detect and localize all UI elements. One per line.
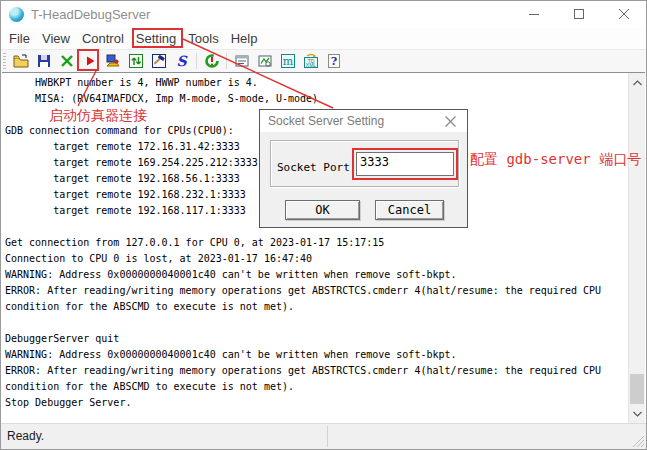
scroll-down-button[interactable] (629, 405, 646, 422)
close-button[interactable] (601, 1, 646, 27)
app-icon (9, 7, 24, 22)
build-button[interactable] (147, 51, 170, 72)
menu-setting[interactable]: Setting (130, 28, 182, 49)
menu-tools[interactable]: Tools (182, 28, 224, 49)
save-button[interactable] (32, 51, 55, 72)
svg-text:m: m (282, 55, 293, 68)
open-button[interactable] (9, 51, 32, 72)
maximize-icon (574, 9, 584, 19)
log-line: HWBKPT number is 4, HWWP number is 4. (5, 75, 627, 91)
log-line: WARNING: Address 0x0000000040001c40 can'… (5, 347, 627, 363)
menu-view[interactable]: View (36, 28, 76, 49)
log-line: Get connection from 127.0.0.1 for CPU 0,… (5, 235, 627, 251)
xml-icon: TD XML (303, 53, 319, 69)
dialog-title: Socket Server Setting (268, 114, 384, 128)
log-line: condition for the ABSCMD to execute is n… (5, 299, 627, 315)
app-window: T-HeadDebugServer File View Control Sett… (0, 0, 647, 450)
memory-m-icon: m (280, 53, 296, 69)
dialog-title-bar: Socket Server Setting (260, 110, 467, 132)
scroll-up-button[interactable] (629, 74, 646, 91)
reset-arrows-icon (128, 53, 144, 69)
properties-icon (234, 53, 250, 69)
watch-button[interactable] (253, 51, 276, 72)
properties-button[interactable] (230, 51, 253, 72)
memory-button[interactable]: m (276, 51, 299, 72)
toolbar: S (1, 49, 646, 72)
log-line: MISA: (RV64IMAFDCX, Imp M-mode, S-mode, … (5, 91, 627, 107)
save-floppy-icon (36, 53, 52, 69)
status-bar: Ready. (1, 423, 646, 449)
log-line: Connection to CPU 0 is lost, at 2023-01-… (5, 251, 627, 267)
ok-button[interactable]: OK (285, 200, 360, 220)
connect-icon (105, 53, 121, 69)
chart-icon (257, 53, 273, 69)
toolbar-gripper[interactable] (3, 53, 6, 69)
close-icon (619, 9, 629, 19)
resize-grip[interactable] (632, 435, 645, 448)
log-line: condition for the ABSCMD to execute is n… (5, 379, 627, 395)
hammer-icon (151, 53, 167, 69)
annotation-note-port: 配置 gdb-server 端口号 (470, 151, 641, 169)
toolbar-separator (196, 53, 197, 69)
maximize-button[interactable] (556, 1, 601, 27)
menu-control[interactable]: Control (76, 28, 130, 49)
step-s-icon: S (176, 54, 186, 68)
log-line: ERROR: After reading/writing memory oper… (5, 363, 627, 379)
debug-button[interactable] (200, 51, 223, 72)
svg-text:?: ? (330, 55, 336, 68)
cancel-button[interactable]: Cancel (375, 200, 444, 220)
vertical-scrollbar[interactable] (628, 73, 645, 423)
log-line (5, 315, 627, 331)
minimize-icon (529, 9, 539, 19)
chevron-down-icon (633, 411, 642, 417)
debug-circle-icon (204, 53, 220, 69)
socket-port-label: Socket Port: (277, 161, 356, 174)
caption-buttons (511, 1, 646, 27)
open-folder-icon (13, 53, 29, 69)
scrollbar-thumb[interactable] (630, 374, 644, 404)
log-line: WARNING: Address 0x0000000040001c40 can'… (5, 267, 627, 283)
title-bar: T-HeadDebugServer (1, 1, 646, 28)
step-button[interactable]: S (170, 51, 193, 72)
status-text: Ready. (7, 429, 44, 443)
run-button[interactable] (78, 51, 101, 72)
svg-text:XML: XML (305, 62, 316, 68)
dialog-close-button[interactable] (438, 113, 462, 129)
chevron-up-icon (633, 80, 642, 86)
stop-button[interactable] (55, 51, 78, 72)
status-divider (327, 426, 328, 447)
socket-port-input[interactable]: 3333 (356, 152, 454, 176)
xml-convert-button[interactable]: TD XML (299, 51, 322, 72)
menu-file[interactable]: File (3, 28, 36, 49)
menu-bar: File View Control Setting Tools Help (1, 28, 646, 49)
log-line: ERROR: After reading/writing memory oper… (5, 283, 627, 299)
toolbar-separator (226, 53, 227, 69)
close-icon (445, 116, 456, 127)
socket-server-setting-dialog: Socket Server Setting Socket Port: 3333 … (259, 109, 468, 228)
help-icon: ? (326, 53, 342, 69)
connect-button[interactable] (101, 51, 124, 72)
minimize-button[interactable] (511, 1, 556, 27)
help-button[interactable]: ? (322, 51, 345, 72)
annotation-box-port: 3333 (352, 148, 458, 180)
log-line: Stop Debugger Server. (5, 395, 627, 411)
run-play-icon (83, 54, 97, 68)
log-line: DebuggerServer quit (5, 331, 627, 347)
window-title: T-HeadDebugServer (31, 7, 150, 22)
reset-button[interactable] (124, 51, 147, 72)
menu-help[interactable]: Help (225, 28, 264, 49)
stop-x-icon (60, 54, 74, 68)
